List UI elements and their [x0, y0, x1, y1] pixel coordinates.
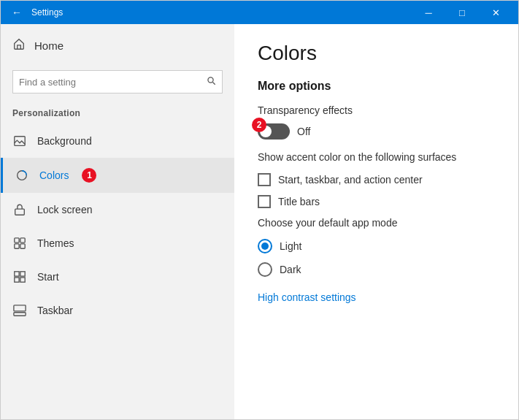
- sidebar-section-label: Personalization: [1, 105, 234, 124]
- sidebar-item-start[interactable]: Start: [1, 260, 234, 294]
- sidebar: Home Personalization: [1, 24, 234, 419]
- transparency-label: Transparency effects: [258, 104, 495, 116]
- search-input[interactable]: [19, 77, 207, 88]
- settings-window: ← Settings ─ □ ✕: [0, 0, 519, 420]
- svg-rect-5: [15, 238, 19, 243]
- sidebar-item-themes[interactable]: Themes: [1, 226, 234, 260]
- themes-label: Themes: [37, 237, 74, 249]
- high-contrast-link[interactable]: High contrast settings: [258, 291, 356, 303]
- start-icon: [12, 270, 27, 283]
- background-label: Background: [37, 135, 92, 147]
- themes-icon: [12, 237, 27, 250]
- main-content: Colors More options Transparency effects…: [234, 24, 518, 419]
- title-bar: ← Settings ─ □ ✕: [1, 1, 518, 24]
- window-controls: ─ □ ✕: [412, 1, 512, 24]
- transparency-badge: 2: [252, 118, 266, 132]
- svg-line-1: [212, 82, 215, 84]
- radio-dark-label: Dark: [280, 264, 301, 275]
- window-title: Settings: [31, 7, 412, 18]
- search-box[interactable]: [12, 70, 223, 93]
- radio-dark[interactable]: [258, 262, 272, 277]
- colors-label: Colors: [39, 169, 69, 181]
- maximize-icon: □: [459, 7, 465, 18]
- more-options-title: More options: [258, 80, 495, 93]
- svg-rect-11: [15, 278, 19, 282]
- back-button[interactable]: ←: [7, 2, 27, 23]
- close-button[interactable]: ✕: [479, 1, 512, 24]
- home-icon: [12, 37, 26, 54]
- svg-rect-4: [15, 209, 25, 215]
- sidebar-item-taskbar[interactable]: Taskbar: [1, 294, 234, 327]
- minimize-button[interactable]: ─: [412, 1, 445, 24]
- sidebar-item-lock-screen[interactable]: Lock screen: [1, 193, 234, 226]
- checkbox-title-bars[interactable]: [258, 195, 271, 208]
- transparency-toggle-row: 2 Off: [258, 123, 495, 140]
- toggle-wrapper: 2: [258, 123, 290, 140]
- start-label: Start: [37, 271, 59, 283]
- radio-light-dot: [261, 243, 269, 250]
- sidebar-item-background[interactable]: Background: [1, 124, 234, 158]
- lock-screen-icon: [12, 203, 27, 216]
- content-area: Home Personalization: [1, 24, 518, 419]
- home-label: Home: [34, 39, 64, 52]
- radio-light-label: Light: [280, 240, 301, 252]
- svg-rect-8: [20, 244, 25, 248]
- checkbox-title-bars-row: Title bars: [258, 195, 495, 208]
- close-icon: ✕: [492, 7, 500, 18]
- colors-badge: 1: [82, 168, 96, 183]
- svg-rect-14: [14, 305, 26, 311]
- minimize-icon: ─: [425, 7, 431, 18]
- app-mode-label: Choose your default app mode: [258, 217, 495, 229]
- svg-point-0: [208, 77, 213, 83]
- svg-rect-6: [20, 238, 25, 243]
- colors-icon: [15, 169, 29, 182]
- checkbox-start-taskbar[interactable]: [258, 173, 271, 186]
- checkbox-title-bars-label: Title bars: [278, 196, 320, 207]
- radio-light[interactable]: [258, 239, 272, 253]
- lock-screen-label: Lock screen: [37, 204, 92, 215]
- background-icon: [12, 134, 27, 148]
- checkbox-start-taskbar-label: Start, taskbar, and action center: [278, 174, 423, 186]
- sidebar-item-colors[interactable]: Colors 1: [1, 158, 234, 193]
- radio-light-row: Light: [258, 239, 495, 253]
- accent-surface-label: Show accent color on the following surfa…: [258, 151, 495, 163]
- sidebar-item-home[interactable]: Home: [1, 24, 234, 67]
- search-icon: [207, 76, 216, 88]
- toggle-state-label: Off: [297, 126, 310, 137]
- svg-rect-10: [20, 272, 25, 276]
- svg-rect-9: [15, 272, 19, 276]
- back-icon: ←: [12, 7, 22, 18]
- svg-rect-13: [14, 313, 26, 316]
- taskbar-icon: [12, 304, 27, 317]
- taskbar-label: Taskbar: [37, 305, 73, 316]
- checkbox-start-taskbar-row: Start, taskbar, and action center: [258, 173, 495, 186]
- svg-rect-12: [20, 278, 25, 282]
- radio-dark-row: Dark: [258, 262, 495, 277]
- svg-rect-7: [15, 244, 19, 248]
- page-title: Colors: [258, 42, 495, 65]
- maximize-button[interactable]: □: [445, 1, 479, 24]
